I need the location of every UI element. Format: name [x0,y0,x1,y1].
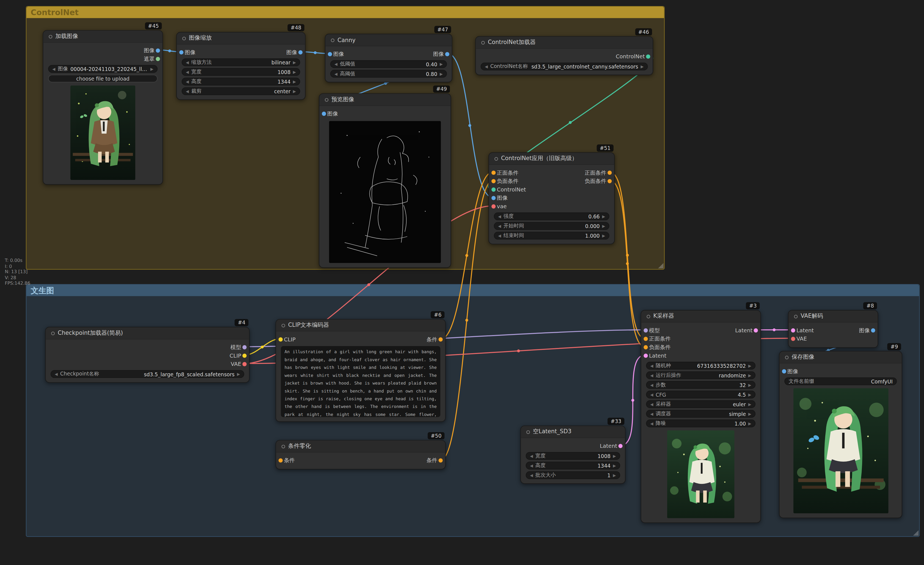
batch-size-widget[interactable]: ◀ 批次大小 1 ▶ [526,471,620,479]
prev-arrow-icon[interactable]: ◀ [55,372,58,377]
seed-widget[interactable]: ◀ 随机种 673163335282702 ▶ [646,362,756,370]
output-port-image[interactable] [445,52,449,56]
output-port-negative[interactable] [608,179,612,183]
node-ksampler[interactable]: #3 K采样器 模型 Latent 正面条件 负面条件 [640,310,761,523]
input-port-negative[interactable] [644,345,648,349]
prev-arrow-icon[interactable]: ◀ [186,89,189,94]
output-port-conditioning[interactable] [438,458,442,463]
output-port-image[interactable] [871,328,875,332]
output-port-mask[interactable] [156,57,160,61]
prev-arrow-icon[interactable]: ◀ [186,60,189,65]
input-port-controlnet[interactable] [492,188,496,192]
increment-arrow-icon[interactable]: ▶ [440,62,442,66]
node-canny[interactable]: #47 Canny 图像 图像 ◀ 低阈值 0.40 ▶ ◀ 高阈值 0.80 … [325,34,453,83]
node-header[interactable]: 图像缩放 [177,33,305,45]
decrement-arrow-icon[interactable]: ◀ [650,392,653,397]
node-header[interactable]: 条件零化 [276,441,445,453]
increment-arrow-icon[interactable]: ▶ [440,71,442,76]
output-port-image[interactable] [298,50,302,54]
increment-arrow-icon[interactable]: ▶ [613,454,616,458]
upload-button[interactable]: choose file to upload [48,75,158,82]
collapse-dot-icon[interactable] [51,331,55,335]
height-widget[interactable]: ◀ 高度 1344 ▶ [526,461,620,469]
increment-arrow-icon[interactable]: ▶ [602,214,605,219]
input-port-clip[interactable] [279,337,283,341]
prev-arrow-icon[interactable]: ◀ [650,401,653,407]
output-port-model[interactable] [243,345,247,349]
node-image-scale[interactable]: #48 图像缩放 图像 图像 ◀ 缩放方法 bilinear ▶ ◀ 宽度 10… [176,32,305,100]
input-port-image[interactable] [322,112,326,116]
decrement-arrow-icon[interactable]: ◀ [498,233,501,238]
low-threshold-widget[interactable]: ◀ 低阈值 0.40 ▶ [330,60,447,68]
node-header[interactable]: ControlNet加载器 [476,37,652,49]
increment-arrow-icon[interactable]: ▶ [613,473,616,478]
node-header[interactable]: ControlNet应用（旧版高级） [489,153,614,165]
increment-arrow-icon[interactable]: ▶ [293,79,296,84]
filename-prefix-widget[interactable]: 文件名前缀 ComfyUI [784,377,897,385]
width-widget[interactable]: ◀ 宽度 1008 ▶ [182,68,300,76]
collapse-dot-icon[interactable] [331,38,334,42]
next-arrow-icon[interactable]: ▶ [293,89,296,94]
node-vae-decode[interactable]: #8 VAE解码 Latent 图像 VAE [788,310,878,348]
increment-arrow-icon[interactable]: ▶ [748,421,752,426]
node-clip-text-encode[interactable]: #6 CLIP文本编码器 CLIP 条件 An illustration of … [276,319,446,422]
node-header[interactable]: Canny [326,35,452,47]
decrement-arrow-icon[interactable]: ◀ [186,70,189,75]
node-header[interactable]: Checkpoint加载器(简易) [46,328,249,340]
input-port-model[interactable] [644,328,648,332]
end-percent-widget[interactable]: ◀ 结束时间 1.000 ▶ [494,231,609,239]
decrement-arrow-icon[interactable]: ◀ [498,224,501,228]
next-arrow-icon[interactable]: ▶ [748,411,752,416]
collapse-dot-icon[interactable] [495,157,498,160]
image-file-combo[interactable]: ◀ 图像 00004-20241103_220245_lll... ▶ [48,65,158,73]
next-arrow-icon[interactable]: ▶ [748,373,752,378]
node-load-image[interactable]: #45 加载图像 图像 遮罩 ◀ 图像 00004-20241103_22024… [43,30,163,185]
decrement-arrow-icon[interactable]: ◀ [530,473,533,478]
start-percent-widget[interactable]: ◀ 开始时间 0.000 ▶ [494,222,609,230]
group-txt2img-header[interactable]: 文生图 [26,285,919,296]
increment-arrow-icon[interactable]: ▶ [748,382,752,387]
node-header[interactable]: CLIP文本编码器 [276,320,445,332]
prev-arrow-icon[interactable]: ◀ [650,411,653,416]
node-header[interactable]: 保存图像 [780,352,902,364]
input-port-vae[interactable] [492,204,496,209]
collapse-dot-icon[interactable] [49,35,52,38]
input-port-conditioning[interactable] [279,458,283,463]
height-widget[interactable]: ◀ 高度 1344 ▶ [182,78,300,85]
node-header[interactable]: VAE解码 [789,311,878,323]
node-empty-latent-sd3[interactable]: #33 空Latent_SD3 Latent ◀ 宽度 1008 ▶ ◀ 高度 … [520,425,626,484]
prompt-textarea[interactable]: An illustration of a girl with long gree… [281,346,440,417]
decrement-arrow-icon[interactable]: ◀ [334,62,338,66]
decrement-arrow-icon[interactable]: ◀ [498,214,501,219]
input-port-image[interactable] [179,50,183,54]
prev-arrow-icon[interactable]: ◀ [650,373,653,378]
next-arrow-icon[interactable]: ▶ [748,401,752,407]
cfg-widget[interactable]: ◀ CFG 4.5 ▶ [646,391,756,398]
increment-arrow-icon[interactable]: ▶ [748,392,752,397]
strength-widget[interactable]: ◀ 强度 0.66 ▶ [494,212,609,220]
output-port-clip[interactable] [243,353,247,358]
node-header[interactable]: 空Latent_SD3 [521,426,625,438]
increment-arrow-icon[interactable]: ▶ [602,224,605,228]
input-port-image[interactable] [492,196,496,200]
prev-arrow-icon[interactable]: ◀ [485,64,488,69]
decrement-arrow-icon[interactable]: ◀ [650,421,653,426]
decrement-arrow-icon[interactable]: ◀ [530,454,533,458]
node-header[interactable]: K采样器 [641,311,760,323]
increment-arrow-icon[interactable]: ▶ [748,363,752,368]
decrement-arrow-icon[interactable]: ◀ [650,363,653,368]
scheduler-combo[interactable]: ◀ 调度器 simple ▶ [646,410,756,418]
node-controlnet-loader[interactable]: #46 ControlNet加载器 ControlNet ◀ ControlNe… [476,36,654,75]
node-checkpoint-loader[interactable]: #4 Checkpoint加载器(简易) 模型 CLIP VAE ◀ Check… [45,327,250,383]
sampler-combo[interactable]: ◀ 采样器 euler ▶ [646,400,756,408]
controlnet-name-combo[interactable]: ◀ ControlNet名称 sd3.5_large_controlnet_ca… [480,63,648,71]
output-port-latent[interactable] [618,444,622,448]
high-threshold-widget[interactable]: ◀ 高阈值 0.80 ▶ [330,70,447,78]
input-port-negative[interactable] [492,179,496,183]
decrement-arrow-icon[interactable]: ◀ [650,382,653,387]
collapse-dot-icon[interactable] [646,314,650,318]
crop-combo[interactable]: ◀ 裁剪 center ▶ [182,87,300,95]
input-port-positive[interactable] [492,171,496,175]
prev-arrow-icon[interactable]: ◀ [52,66,55,72]
collapse-dot-icon[interactable] [481,41,484,44]
